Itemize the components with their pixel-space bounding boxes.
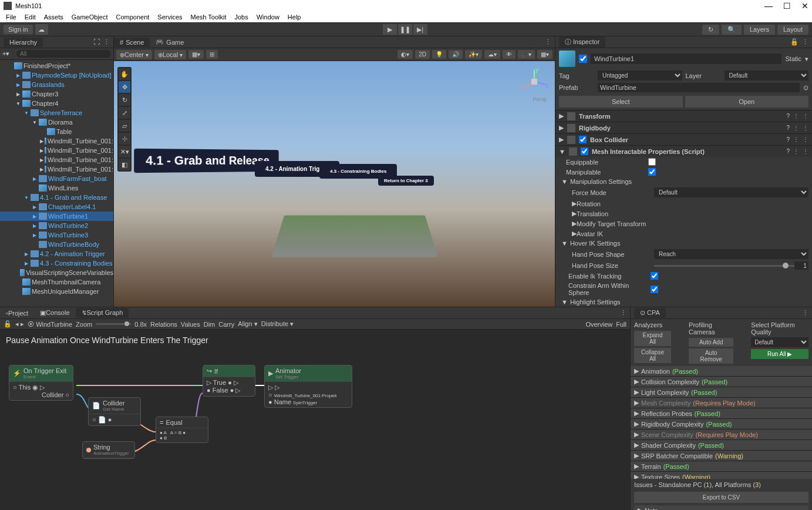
hierarchy-item[interactable]: ▶4.2 - Animation Trigger	[0, 249, 113, 259]
hand-pose-size-slider[interactable]	[654, 265, 794, 267]
cpa-item[interactable]: ▶Rigidbody Complexity (Passed)	[631, 419, 812, 430]
hierarchy-item[interactable]: ▼Diorama	[0, 118, 113, 127]
manipulable-checkbox[interactable]	[648, 168, 656, 176]
menu-component[interactable]: Component	[112, 12, 153, 22]
console-tab[interactable]: ▣Console	[34, 308, 75, 318]
dim-toggle[interactable]: Dim	[204, 321, 215, 328]
auto-remove-button[interactable]: Auto Remove	[689, 348, 733, 364]
play-button[interactable]: ▶	[383, 24, 397, 35]
hierarchy-item[interactable]: ▶WindTurbine1	[0, 212, 113, 221]
lock-icon[interactable]: 🔓	[4, 320, 12, 328]
cpa-item[interactable]: ▶SRP Batcher Compatible (Warning)	[631, 451, 812, 461]
pause-button[interactable]: ❚❚	[398, 24, 412, 35]
menu-file[interactable]: File	[2, 12, 20, 22]
carry-toggle[interactable]: Carry	[218, 321, 234, 328]
cpa-item[interactable]: ▶Animation (Passed)	[631, 366, 812, 377]
cpa-note[interactable]: Note	[645, 507, 658, 511]
values-toggle[interactable]: Values	[181, 321, 200, 328]
menu-gameobject[interactable]: GameObject	[68, 12, 112, 22]
node-string[interactable]: StringAnimationTrigger	[82, 441, 135, 459]
hierarchy-item[interactable]: ▶ChapterLabel4.1	[0, 202, 113, 212]
hierarchy-item[interactable]: ▶WindFarmFast_boat	[0, 174, 113, 183]
rotate-tool[interactable]: ↻	[119, 94, 130, 106]
component-transform[interactable]: ▶Transform?⋮⋮	[555, 110, 812, 122]
step-button[interactable]: ▶|	[413, 24, 427, 35]
cpa-item[interactable]: ▶Shader Complexity (Passed)	[631, 440, 812, 451]
grid-button[interactable]: ▦▾	[188, 50, 204, 59]
constrain-arm-checkbox[interactable]	[651, 286, 658, 293]
menu-services[interactable]: Services	[154, 12, 186, 22]
fx-toggle[interactable]: ✨▾	[465, 50, 482, 59]
game-tab[interactable]: 🎮Game	[150, 37, 190, 47]
prefab-field[interactable]: WindTurbine	[598, 83, 800, 92]
prefab-open-button[interactable]: Open	[685, 96, 809, 108]
cam-toggle[interactable]: ☁▾	[484, 50, 500, 59]
hierarchy-item[interactable]: MeshUniqueIdManager	[0, 287, 113, 296]
enable-ik-checkbox[interactable]	[651, 272, 658, 280]
panel-menu-icon[interactable]: ⋮	[545, 38, 551, 46]
2d-toggle[interactable]: 2D	[415, 50, 430, 59]
static-dropdown[interactable]: ▾	[805, 55, 808, 63]
node-trigger-exit[interactable]: ⚡On Trigger ExitEvent ○ This ◉ ▷Collider…	[9, 365, 73, 401]
signin-button[interactable]: Sign in	[4, 25, 33, 34]
zoom-slider[interactable]	[96, 323, 131, 325]
hierarchy-item[interactable]: ▼SphereTerrace	[0, 108, 113, 118]
maximize-icon[interactable]: ☐	[783, 1, 791, 11]
move-tool[interactable]: ✥	[119, 81, 130, 93]
quality-dropdown[interactable]: Default	[751, 337, 808, 347]
cpa-item[interactable]: ▶Scene Complexity (Requires Play Mode)	[631, 430, 812, 440]
fullscreen-button[interactable]: Full	[616, 321, 626, 328]
script-graph-tab[interactable]: ↯Script Graph	[76, 308, 129, 318]
auto-add-button[interactable]: Auto Add	[689, 338, 733, 347]
draw-mode-button[interactable]: ◐▾	[397, 50, 413, 59]
hierarchy-item[interactable]: ▶Windmill_Turbine_001:	[0, 146, 113, 155]
cpa-item[interactable]: ▶Texture Sizes (Warning)	[631, 472, 812, 479]
minimize-icon[interactable]: —	[764, 1, 773, 11]
gizmos-dropdown[interactable]: ▦▾	[537, 50, 552, 59]
gizmo-visibility[interactable]: 👁	[503, 50, 515, 59]
force-mode-dropdown[interactable]: Default	[654, 187, 808, 197]
run-all-button[interactable]: Run All ▶	[751, 349, 808, 359]
prefab-revert-icon[interactable]: ⊙	[803, 84, 808, 92]
hierarchy-item[interactable]: ▶Windmill_Turbine_001:	[0, 136, 113, 146]
menu-window[interactable]: Window	[253, 12, 283, 22]
distribute-dropdown[interactable]: Distribute ▾	[261, 320, 294, 328]
scale-tool[interactable]: ⤢	[119, 107, 130, 119]
tag-dropdown[interactable]: Untagged	[598, 71, 682, 80]
cpa-item[interactable]: ▶Reflection Probes (Passed)	[631, 408, 812, 419]
equippable-checkbox[interactable]	[648, 158, 656, 166]
lighting-toggle[interactable]: 💡	[432, 50, 446, 59]
audio-toggle[interactable]: 🔊	[449, 50, 463, 59]
space-dropdown[interactable]: ⊕Local ▾	[154, 50, 186, 59]
hierarchy-search[interactable]	[16, 50, 111, 58]
component-mesh-interactable-properties-script-[interactable]: ▼Mesh Interactable Properties (Script)?⋮…	[555, 145, 812, 157]
node-if[interactable]: ↪If ▷ True ● ▷● False ● ▷	[203, 365, 255, 397]
node-equal[interactable]: =Equal ● A A = B ● ● B	[156, 417, 208, 443]
scene-tab[interactable]: #Scene	[114, 38, 150, 47]
hierarchy-item[interactable]: ▶PlaymodeSetup [NoUpload]	[0, 71, 113, 80]
cpa-item[interactable]: ▶Terrain (Passed)	[631, 461, 812, 472]
active-checkbox[interactable]	[579, 55, 587, 63]
hand-pose-shape-dropdown[interactable]: Reach	[654, 249, 808, 259]
menu-help[interactable]: Help	[284, 12, 305, 22]
component-box-collider[interactable]: ▶Box Collider?⋮⋮	[555, 133, 812, 145]
expand-all-button[interactable]: Expand All	[634, 331, 671, 346]
panel-maximize-icon[interactable]: ⛶	[93, 38, 100, 46]
hierarchy-item[interactable]: MeshThumbnailCamera	[0, 277, 113, 287]
cpa-item[interactable]: ▶Light Complexity (Passed)	[631, 387, 812, 398]
scene-view[interactable]: ✋ ✥ ↻ ⤢ ▱ ⊹ ✕▾ ◧ 4.1 - Grab and Release …	[114, 61, 555, 307]
menu-jobs[interactable]: Jobs	[231, 12, 251, 22]
panel-menu-icon[interactable]: ⋮	[802, 38, 808, 46]
object-name-field[interactable]	[591, 53, 781, 64]
hand-tool[interactable]: ✋	[119, 68, 130, 80]
cpa-item[interactable]: ▶Collision Complexity (Passed)	[631, 377, 812, 387]
hierarchy-item[interactable]: ▶WindTurbine3	[0, 230, 113, 240]
hierarchy-add-button[interactable]: +▾	[2, 50, 13, 58]
layout-dropdown[interactable]: Layout	[777, 25, 808, 35]
panel-menu-icon[interactable]: ⋮	[802, 309, 808, 317]
graph-canvas[interactable]: Pause Animation Once WindTurbine Enters …	[0, 330, 630, 510]
export-csv-button[interactable]: Export to CSV	[634, 492, 808, 503]
panel-menu-icon[interactable]: ⋮	[103, 38, 110, 46]
node-get-name[interactable]: 📄ColliderGet Name ○ 📄 ●	[88, 397, 141, 426]
menu-mesh-toolkit[interactable]: Mesh Toolkit	[187, 12, 230, 22]
